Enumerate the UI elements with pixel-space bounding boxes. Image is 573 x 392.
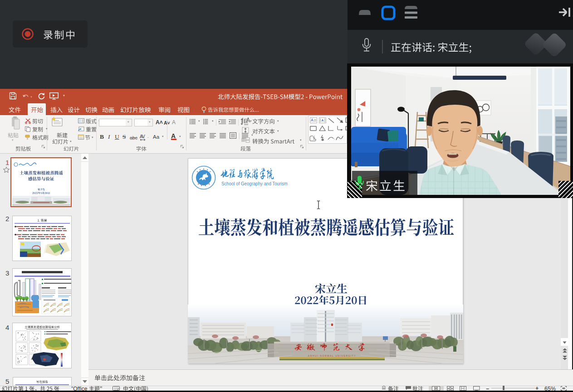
svg-text:ANHUI NORMAL UNIVERSITY: ANHUI NORMAL UNIVERSITY	[308, 354, 356, 357]
